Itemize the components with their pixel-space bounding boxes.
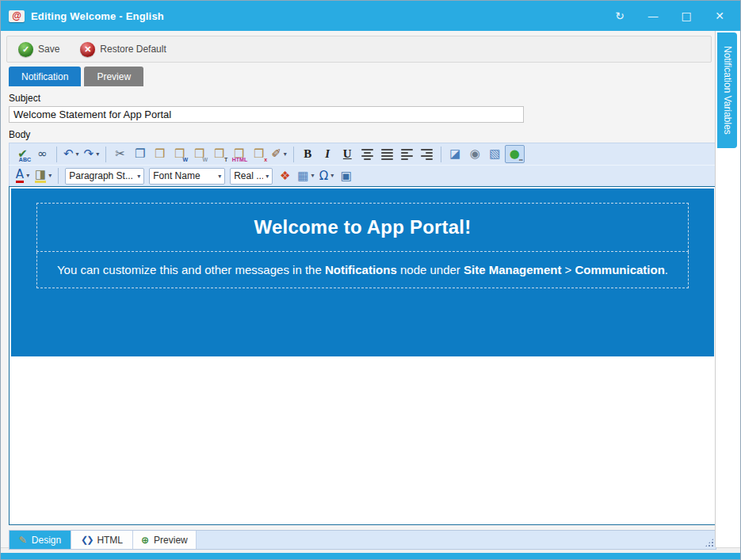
maximize-icon[interactable]: □	[675, 6, 697, 25]
tab-editor-preview-label: Preview	[154, 535, 188, 546]
tab-html[interactable]: ❮❯ HTML	[71, 531, 133, 549]
paste-as-html-button[interactable]: ❒HTML	[229, 145, 249, 163]
notification-variables-label: Notification Variables	[722, 46, 733, 135]
paragraph-segment: .	[665, 263, 668, 276]
hyperlink-manager-icon: ●	[510, 148, 520, 160]
paragraph-segment: >	[561, 263, 575, 276]
close-icon[interactable]: ✕	[709, 6, 731, 25]
format-stripper-button[interactable]: ✐▾	[269, 145, 289, 163]
align-center-button[interactable]	[357, 145, 377, 163]
insert-module-button[interactable]: ❖	[275, 167, 295, 185]
restore-default-label: Restore Default	[100, 44, 166, 55]
paragraph-segment: Notifications	[325, 263, 397, 276]
tab-design-label: Design	[32, 535, 61, 546]
code-icon: ❮❯	[81, 535, 92, 545]
cut-button[interactable]: ✂	[110, 145, 130, 163]
restore-default-button[interactable]: ✕ Restore Default	[77, 40, 169, 59]
message-paragraph: You can customize this and other message…	[52, 263, 673, 276]
paste-from-word-icon: ❒	[174, 148, 185, 160]
copy-icon: ❐	[135, 148, 145, 160]
template-manager-button[interactable]: ▣	[336, 167, 356, 185]
paste-from-word-clean-button[interactable]: ❒W	[189, 145, 209, 163]
insert-media-icon: ◉	[470, 148, 480, 160]
pencil-icon: ✎	[19, 535, 27, 546]
align-justify-button[interactable]	[377, 145, 397, 163]
insert-table-button[interactable]: ▦▾	[295, 167, 316, 185]
tab-notification[interactable]: Notification	[9, 67, 81, 86]
subject-input[interactable]	[9, 106, 524, 123]
dropdown-arrow-icon: ▾	[265, 173, 269, 180]
toolbar-separator	[58, 168, 59, 184]
app-mail-icon: @	[9, 10, 25, 22]
font-size-select[interactable]: Real ...▾	[230, 168, 273, 185]
toolbar-separator	[441, 147, 441, 162]
underline-button[interactable]: U	[338, 145, 357, 163]
paste-as-html-icon: ❒	[234, 148, 244, 160]
dropdown-arrow-icon: ▾	[48, 173, 52, 179]
dropdown-arrow-icon: ▾	[137, 173, 140, 180]
undo-button[interactable]: ↶▾	[61, 145, 82, 163]
window-bottom-border	[1, 553, 740, 559]
bold-button[interactable]: B	[298, 145, 318, 163]
bold-icon: B	[304, 148, 311, 160]
tab-editor-preview[interactable]: ⊕ Preview	[133, 531, 197, 549]
editor-mode-tabs: ✎ Design ❮❯ HTML ⊕ Preview	[9, 530, 716, 550]
italic-button[interactable]: I	[318, 145, 338, 163]
italic-icon: I	[325, 148, 330, 160]
tab-preview[interactable]: Preview	[84, 67, 143, 86]
tab-design[interactable]: ✎ Design	[10, 531, 71, 549]
find-and-replace-button[interactable]: ∞	[32, 145, 52, 163]
message-blue-panel: Welcome to App Portal! You can customize…	[11, 189, 714, 356]
align-left-button[interactable]	[397, 145, 417, 163]
copy-button[interactable]: ❐	[130, 145, 150, 163]
restore-x-icon: ✕	[80, 42, 95, 57]
command-toolbar: ✓ Save ✕ Restore Default	[6, 36, 712, 63]
insert-media-button[interactable]: ◉	[465, 145, 485, 163]
background-color-button[interactable]: ◨▾	[32, 167, 54, 185]
paste-from-word-icon-sub: W	[183, 157, 189, 162]
dropdown-arrow-icon: ▾	[330, 173, 334, 179]
spellcheck-icon: ✔	[17, 148, 28, 160]
paste-as-html-icon-sub: HTML	[232, 157, 247, 162]
align-center-icon	[361, 149, 373, 160]
paste-from-word-button[interactable]: ❒W	[170, 145, 189, 163]
paragraph-segment: You can customize this and other message…	[57, 263, 325, 276]
refresh-icon[interactable]: ↻	[609, 6, 631, 25]
align-right-icon	[421, 149, 433, 160]
message-heading: Welcome to App Portal!	[254, 216, 472, 238]
editor-toolbar-row1: ✔ABC∞↶▾↷▾✂❐❒❒W❒W❒T❒HTML❒x✐▾BIU◪◉▧●∞	[9, 143, 716, 165]
special-character-icon: Ω	[319, 170, 328, 182]
font-color-button[interactable]: A▾	[13, 167, 32, 185]
insert-module-icon: ❖	[280, 170, 290, 182]
resize-grip[interactable]	[705, 538, 714, 547]
redo-button[interactable]: ↷▾	[82, 145, 102, 163]
notification-variables-tab[interactable]: Notification Variables	[717, 32, 737, 148]
paste-html-button[interactable]: ❒x	[249, 145, 269, 163]
insert-image-button[interactable]: ◪	[445, 145, 465, 163]
paragraph-block[interactable]: You can customize this and other message…	[36, 252, 689, 288]
paragraph-segment: node under	[397, 263, 464, 276]
editor-canvas[interactable]: Welcome to App Portal! You can customize…	[9, 186, 716, 525]
toolbar-separator	[293, 147, 294, 162]
font-size-select-label: Real ...	[234, 170, 263, 181]
right-panel: Notification Variables	[715, 31, 740, 547]
paste-plain-text-button[interactable]: ❒T	[209, 145, 229, 163]
redo-icon: ↷	[84, 148, 94, 160]
save-button[interactable]: ✓ Save	[15, 40, 63, 59]
insert-image-icon: ◪	[449, 148, 460, 160]
dropdown-arrow-icon: ▾	[96, 151, 99, 158]
paste-plain-text-icon: ❒	[214, 148, 224, 160]
image-manager-button[interactable]: ▧	[485, 145, 505, 163]
paragraph-style-select-label: Paragraph St...	[69, 170, 133, 181]
font-name-select[interactable]: Font Name▾	[149, 168, 225, 185]
heading-block[interactable]: Welcome to App Portal!	[36, 203, 689, 252]
paste-button[interactable]: ❒	[150, 145, 170, 163]
special-character-button[interactable]: Ω▾	[316, 167, 336, 185]
minimize-icon[interactable]: —	[642, 6, 664, 25]
dropdown-arrow-icon: ▾	[26, 173, 29, 179]
spellcheck-button[interactable]: ✔ABC	[13, 145, 32, 163]
hyperlink-manager-button[interactable]: ●∞	[505, 145, 525, 163]
paragraph-style-select[interactable]: Paragraph St...▾	[65, 168, 144, 185]
dropdown-arrow-icon: ▾	[311, 173, 314, 179]
align-right-button[interactable]	[417, 145, 437, 163]
